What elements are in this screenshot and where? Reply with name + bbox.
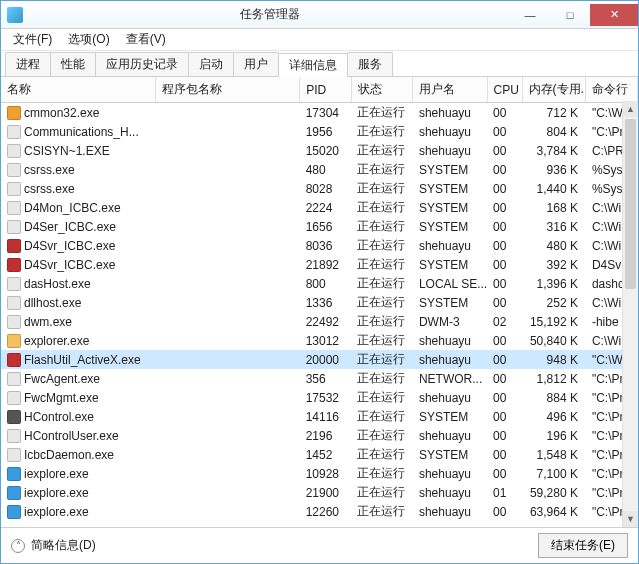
cell-mem: 1,812 K [522,369,586,388]
cell-pkg [155,122,299,141]
cell-pid: 356 [300,369,351,388]
cell-pkg [155,255,299,274]
table-row[interactable]: dasHost.exe800正在运行LOCAL SE...001,396 Kda… [1,274,638,293]
cell-state: 正在运行 [351,198,413,217]
cell-mem: 884 K [522,388,586,407]
end-task-button[interactable]: 结束任务(E) [538,533,628,558]
process-icon [7,220,21,234]
table-row[interactable]: D4Ser_ICBC.exe1656正在运行SYSTEM00316 KC:\Wi [1,217,638,236]
scroll-down-icon[interactable]: ▼ [623,511,638,527]
menu-options[interactable]: 选项(O) [60,29,117,50]
cell-pkg [155,502,299,521]
col-name[interactable]: 名称 [1,77,155,103]
vertical-scrollbar[interactable]: ▲ ▼ [622,101,638,527]
table-row[interactable]: iexplore.exe10928正在运行shehuayu007,100 K"C… [1,464,638,483]
fewer-details-toggle[interactable]: ˄ 简略信息(D) [11,537,96,554]
table-row[interactable]: FlashUtil_ActiveX.exe20000正在运行shehuayu00… [1,350,638,369]
process-name: FwcMgmt.exe [24,391,99,405]
cell-cpu: 02 [487,312,522,331]
cell-cpu: 00 [487,407,522,426]
col-pid[interactable]: PID [300,77,351,103]
col-pkg[interactable]: 程序包名称 [155,77,299,103]
table-row[interactable]: FwcAgent.exe356正在运行NETWOR...001,812 K"C:… [1,369,638,388]
table-row[interactable]: CSISYN~1.EXE15020正在运行shehuayu003,784 KC:… [1,141,638,160]
table-row[interactable]: iexplore.exe21900正在运行shehuayu0159,280 K"… [1,483,638,502]
titlebar[interactable]: 任务管理器 — □ ✕ [1,1,638,29]
tab-5[interactable]: 详细信息 [278,53,348,77]
cell-pid: 15020 [300,141,351,160]
scroll-up-icon[interactable]: ▲ [623,101,638,117]
process-name: iexplore.exe [24,505,89,519]
tab-1[interactable]: 性能 [50,52,96,76]
cell-pid: 14116 [300,407,351,426]
cell-cpu: 00 [487,179,522,198]
cell-cpu: 00 [487,122,522,141]
tab-3[interactable]: 启动 [188,52,234,76]
tab-0[interactable]: 进程 [5,52,51,76]
cell-pkg [155,407,299,426]
table-row[interactable]: HControlUser.exe2196正在运行shehuayu00196 K"… [1,426,638,445]
col-mem[interactable]: 内存(专用... [522,77,586,103]
table-row[interactable]: D4Mon_ICBC.exe2224正在运行SYSTEM00168 KC:\Wi [1,198,638,217]
table-row[interactable]: D4Svr_ICBC.exe21892正在运行SYSTEM00392 KD4Sv… [1,255,638,274]
table-row[interactable]: FwcMgmt.exe17532正在运行shehuayu00884 K"C:\P… [1,388,638,407]
cell-user: SYSTEM [413,160,487,179]
column-headers[interactable]: 名称 程序包名称 PID 状态 用户名 CPU 内存(专用... 命令行 [1,77,638,103]
cell-pkg [155,103,299,123]
col-state[interactable]: 状态 [351,77,413,103]
cell-user: shehuayu [413,122,487,141]
process-icon [7,106,21,120]
cell-user: LOCAL SE... [413,274,487,293]
cell-pid: 17304 [300,103,351,123]
close-button[interactable]: ✕ [590,4,638,26]
table-row[interactable]: Communications_H...1956正在运行shehuayu00804… [1,122,638,141]
process-name: CSISYN~1.EXE [24,144,110,158]
table-row[interactable]: dllhost.exe1336正在运行SYSTEM00252 KC:\Wi [1,293,638,312]
cell-state: 正在运行 [351,236,413,255]
cell-pid: 21900 [300,483,351,502]
process-name: IcbcDaemon.exe [24,448,114,462]
cell-pkg [155,369,299,388]
cell-pkg [155,312,299,331]
cell-pkg [155,160,299,179]
tab-4[interactable]: 用户 [233,52,279,76]
minimize-button[interactable]: — [510,4,550,26]
table-row[interactable]: explorer.exe13012正在运行shehuayu0050,840 KC… [1,331,638,350]
cell-cpu: 00 [487,445,522,464]
cell-pkg [155,388,299,407]
table-row[interactable]: csrss.exe480正在运行SYSTEM00936 K%Syst [1,160,638,179]
table-row[interactable]: cmmon32.exe17304正在运行shehuayu00712 K"C:\W [1,103,638,123]
table-row[interactable]: IcbcDaemon.exe1452正在运行SYSTEM001,548 K"C:… [1,445,638,464]
col-user[interactable]: 用户名 [413,77,487,103]
maximize-button[interactable]: □ [550,4,590,26]
menu-file[interactable]: 文件(F) [5,29,60,50]
cell-user: SYSTEM [413,198,487,217]
col-cmd[interactable]: 命令行 [586,77,638,103]
table-row[interactable]: dwm.exe22492正在运行DWM-30215,192 K-hibe [1,312,638,331]
process-icon [7,372,21,386]
process-name: dwm.exe [24,315,72,329]
col-cpu[interactable]: CPU [487,77,522,103]
cell-pid: 1656 [300,217,351,236]
scroll-thumb[interactable] [625,119,636,289]
tab-2[interactable]: 应用历史记录 [95,52,189,76]
table-row[interactable]: iexplore.exe12260正在运行shehuayu0063,964 K"… [1,502,638,521]
menu-view[interactable]: 查看(V) [118,29,174,50]
cell-state: 正在运行 [351,255,413,274]
process-icon [7,391,21,405]
process-name: HControl.exe [24,410,94,424]
cell-pkg [155,464,299,483]
table-row[interactable]: csrss.exe8028正在运行SYSTEM001,440 K%Syst [1,179,638,198]
process-icon [7,296,21,310]
cell-state: 正在运行 [351,122,413,141]
table-row[interactable]: HControl.exe14116正在运行SYSTEM00496 K"C:\Pr [1,407,638,426]
table-row[interactable]: D4Svr_ICBC.exe8036正在运行shehuayu00480 KC:\… [1,236,638,255]
cell-user: SYSTEM [413,293,487,312]
process-icon [7,125,21,139]
cell-pkg [155,236,299,255]
cell-pkg [155,217,299,236]
cell-state: 正在运行 [351,331,413,350]
cell-user: shehuayu [413,350,487,369]
tab-6[interactable]: 服务 [347,52,393,76]
cell-pid: 480 [300,160,351,179]
